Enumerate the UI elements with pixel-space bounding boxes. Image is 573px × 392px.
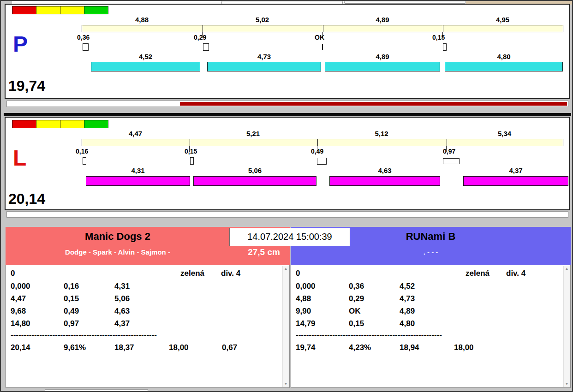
team-name: Manic Dogs 2 [6, 231, 230, 243]
lap-time-label: 4,89 [322, 16, 442, 24]
total-net: 18,37 [114, 343, 134, 352]
team-dogs: . - - - [291, 248, 571, 256]
result-cell: 0,29 [349, 294, 364, 303]
result-cell: 14,79 [296, 319, 316, 328]
race-progress-track [6, 101, 568, 107]
light-yellow-2 [60, 120, 84, 128]
lap-time-label: 4,95 [442, 16, 563, 24]
lane-total-time: 20,14 [8, 191, 45, 206]
scroll-down-icon[interactable]: ▼ [564, 382, 570, 386]
scroll-down-icon[interactable]: ▼ [283, 382, 289, 386]
scrollbar[interactable]: ▲ ▼ [282, 266, 289, 387]
scroll-up-icon[interactable]: ▲ [564, 267, 570, 271]
result-cell: 0,16 [64, 282, 79, 291]
result-cell: 14,80 [11, 319, 30, 328]
changeover-box [443, 43, 447, 51]
traffic-lights [12, 120, 108, 128]
total-limit: 18,00 [169, 343, 189, 352]
run-time-bar [86, 176, 190, 186]
segment-divider [203, 25, 203, 32]
light-yellow-2 [60, 6, 84, 14]
lap-time-label: 5,12 [317, 130, 446, 137]
lane-letter: P [13, 33, 28, 55]
race-progress-fill [180, 102, 567, 106]
result-cell: 4,37 [114, 319, 130, 328]
scroll-up-icon[interactable]: ▲ [283, 267, 289, 271]
total-percent: 4,23% [349, 343, 371, 352]
result-light: zelená [466, 269, 489, 278]
run-time-bar [445, 62, 563, 71]
result-cell: 0,15 [64, 294, 79, 303]
total-time: 20,14 [11, 343, 30, 352]
run-time-bar [463, 176, 568, 186]
changeover-box [83, 43, 89, 51]
result-cell: 4,80 [400, 319, 415, 328]
changeover-box [190, 157, 194, 165]
result-division: div. 4 [506, 269, 525, 278]
changeover-label: 0,15 [432, 34, 465, 41]
segment-divider [443, 25, 443, 32]
timestamp-box: 14.07.2024 15:00:39 [229, 228, 350, 246]
light-green [84, 120, 108, 128]
changeover-tick [322, 44, 323, 50]
result-division: div. 4 [221, 269, 240, 278]
changeover-label: 0,16 [76, 148, 108, 155]
light-green [84, 6, 108, 14]
lane-divider [4, 113, 571, 116]
scrollbar[interactable]: ▲ ▼ [563, 266, 570, 387]
result-cell: 9,90 [296, 307, 311, 316]
result-cell: 4,73 [400, 294, 415, 303]
run-time-bar [329, 176, 440, 186]
run-time-label: 4,73 [207, 53, 321, 60]
run-time-label: 4,52 [91, 53, 200, 60]
traffic-lights [12, 6, 108, 14]
lap-time-bar [82, 25, 563, 32]
run-time-bar [207, 62, 321, 71]
total-diff: 0,67 [222, 343, 237, 352]
result-cell: 4,52 [400, 282, 415, 291]
changeover-label: OK [315, 34, 347, 41]
result-cell: 4,63 [114, 307, 130, 316]
light-red [12, 6, 36, 14]
result-cell: 0,49 [64, 307, 79, 316]
changeover-label: 0,15 [185, 148, 217, 155]
result-cell: 0,000 [11, 282, 30, 291]
lap-time-label: 4,47 [82, 130, 189, 137]
result-start: 0 [11, 269, 15, 278]
lap-time-bar [82, 139, 563, 146]
lap-time-label: 5,02 [202, 16, 322, 24]
result-cell: 0,000 [296, 282, 316, 291]
run-time-bar [91, 62, 200, 71]
lane-panel-l: 4,47 5,21 5,12 5,34 0,16 0,15 0,49 0,97 … [5, 117, 570, 210]
changeover-label: 0,97 [443, 148, 475, 155]
result-cell: 4,88 [296, 294, 311, 303]
taskbar-fragment [45, 389, 148, 392]
result-cell: 0,15 [349, 319, 364, 328]
lap-time-label: 5,34 [446, 130, 563, 137]
run-time-bar [193, 176, 316, 186]
segment-divider [317, 139, 318, 146]
changeover-box [443, 158, 460, 164]
changeover-box [203, 43, 209, 51]
total-percent: 9,61% [64, 343, 86, 352]
run-time-label: 5,06 [193, 166, 316, 174]
light-red [12, 120, 36, 128]
segment-divider [190, 139, 190, 146]
run-time-label: 4,37 [463, 166, 568, 174]
race-progress-track [6, 211, 568, 218]
result-start: 0 [296, 269, 300, 278]
lane-total-time: 19,74 [8, 78, 45, 93]
light-yellow-1 [36, 120, 60, 128]
results-left[interactable]: 0 zelená div. 4 0,000 0,16 4,31 4,47 0,1… [6, 265, 290, 388]
changeover-label: 0,36 [77, 34, 109, 41]
changeover-box [317, 158, 327, 165]
light-yellow-1 [36, 6, 60, 14]
lap-time-label: 4,88 [82, 16, 202, 24]
run-time-label: 4,31 [86, 166, 190, 174]
result-separator: ----------------------------------------… [11, 330, 157, 339]
result-cell: 4,31 [114, 282, 130, 291]
results-right[interactable]: 0 zelená div. 4 0,000 0,36 4,52 4,88 0,2… [291, 265, 571, 388]
changeover-label: 0,29 [194, 34, 226, 41]
run-time-bar [325, 62, 440, 71]
total-limit: 18,00 [454, 343, 474, 352]
